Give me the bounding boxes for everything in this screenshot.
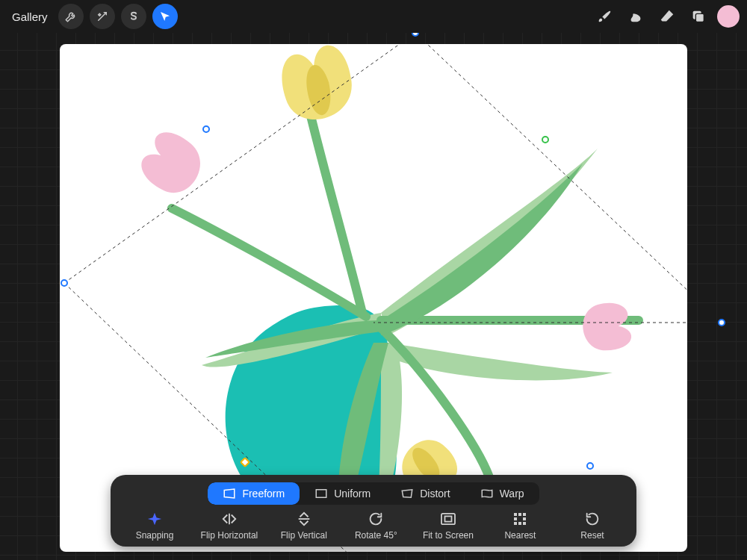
svg-rect-13: [523, 513, 526, 516]
smudge-button[interactable]: [623, 4, 648, 29]
toolbar-right: [592, 4, 740, 29]
color-swatch[interactable]: [717, 5, 740, 28]
s-icon: [127, 10, 140, 23]
mode-warp[interactable]: Warp: [465, 482, 539, 505]
eraser-button[interactable]: [654, 4, 680, 29]
uniform-icon: [314, 488, 328, 499]
adjustments-button[interactable]: [58, 4, 84, 29]
nearest-icon: [512, 511, 527, 526]
svg-rect-16: [514, 522, 517, 525]
fit-to-screen-button[interactable]: Fit to Screen: [422, 511, 474, 541]
smudge-icon: [627, 8, 644, 25]
gallery-button[interactable]: Gallery: [7, 10, 52, 23]
reset-icon: [584, 511, 601, 527]
brush-icon: [596, 8, 613, 25]
flip-horizontal-button[interactable]: Flip Horizontal: [201, 511, 258, 541]
flip-h-icon: [221, 511, 238, 526]
eraser-icon: [659, 8, 675, 25]
svg-rect-1: [695, 13, 704, 22]
flip-vertical-button[interactable]: Flip Vertical: [278, 511, 330, 541]
rotate-45-button[interactable]: Rotate 45°: [350, 511, 402, 541]
svg-rect-9: [441, 514, 455, 524]
reset-button[interactable]: Reset: [566, 511, 619, 541]
transform-mode-row: Freeform Uniform Distort Warp: [208, 482, 539, 505]
action-label: Reset: [580, 530, 604, 541]
flip-v-icon: [297, 511, 311, 527]
action-label: Fit to Screen: [423, 530, 474, 541]
mode-label: Warp: [500, 488, 524, 500]
action-label: Nearest: [504, 530, 536, 541]
svg-rect-6: [316, 490, 326, 498]
fit-icon: [440, 512, 456, 526]
mode-uniform[interactable]: Uniform: [300, 482, 385, 505]
action-label: Flip Vertical: [281, 530, 327, 541]
wrench-icon: [64, 10, 78, 23]
transform-button[interactable]: [152, 4, 178, 29]
layers-icon: [690, 8, 707, 25]
svg-rect-14: [514, 517, 517, 520]
svg-rect-17: [518, 522, 521, 525]
mode-label: Freeform: [242, 488, 285, 500]
svg-rect-10: [444, 516, 451, 521]
mode-label: Distort: [420, 488, 450, 500]
svg-rect-15: [523, 517, 526, 520]
svg-rect-11: [514, 513, 517, 516]
snapping-icon: [147, 511, 162, 526]
freeform-icon: [223, 488, 236, 499]
action-label: Rotate 45°: [355, 530, 397, 541]
snapping-button[interactable]: Snapping: [128, 511, 181, 541]
action-label: Snapping: [136, 530, 174, 541]
warp-icon: [480, 488, 494, 499]
transform-action-row: Snapping Flip Horizontal Flip Vertical R…: [121, 509, 626, 542]
brush-button[interactable]: [592, 4, 617, 29]
distort-icon: [400, 488, 414, 499]
toolbar-left: Gallery: [7, 4, 178, 29]
mode-distort[interactable]: Distort: [385, 482, 465, 505]
svg-rect-12: [518, 513, 521, 516]
rotate-icon: [368, 511, 384, 527]
svg-rect-18: [523, 522, 526, 525]
top-toolbar: Gallery: [0, 0, 747, 33]
layers-button[interactable]: [686, 4, 711, 29]
cursor-icon: [158, 10, 172, 23]
mode-freeform[interactable]: Freeform: [208, 482, 300, 505]
mode-label: Uniform: [334, 488, 371, 500]
selection-button[interactable]: [121, 4, 146, 29]
action-label: Flip Horizontal: [201, 530, 258, 541]
nearest-button[interactable]: Nearest: [494, 511, 546, 541]
wand-icon: [96, 10, 109, 23]
wand-button[interactable]: [90, 4, 115, 29]
transform-panel: Freeform Uniform Distort Warp Snapping F…: [111, 475, 636, 547]
